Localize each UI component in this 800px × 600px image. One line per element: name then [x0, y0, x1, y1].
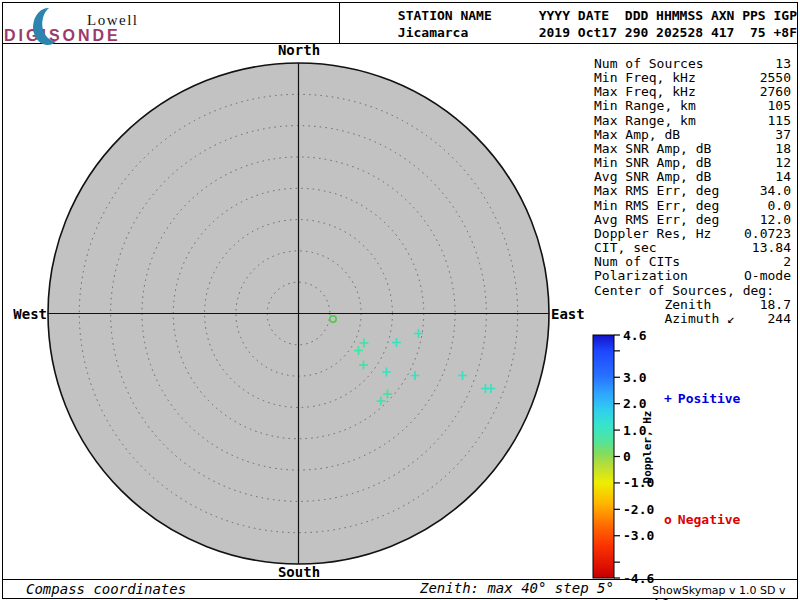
colorbar-tick-label: -3.0	[623, 528, 654, 543]
colorbar-title: Doppler, Hz	[641, 411, 654, 484]
stat-label: Max SNR Amp, dB	[594, 142, 711, 156]
colorbar-gradient	[593, 335, 614, 578]
stat-value: 105	[768, 99, 791, 113]
colorbar-tick-label: 2.0	[623, 396, 647, 411]
colorbar-tick-label: 0	[623, 449, 631, 464]
compass-label-east: East	[551, 306, 591, 322]
stat-row: Max SNR Amp, dB18	[594, 142, 791, 156]
colorbar-tick-label: -2.0	[623, 502, 654, 517]
stat-label: Min Freq, kHz	[594, 71, 696, 85]
stat-row: Num of Sources13	[594, 57, 791, 71]
compass-label-west: West	[10, 306, 47, 322]
colorbar-tick-label: 3.0	[623, 370, 647, 385]
stat-label: Center of Sources, deg:	[594, 284, 774, 298]
stat-row: Max Range, km115	[594, 114, 791, 128]
stat-label: Avg SNR Amp, dB	[594, 170, 711, 184]
stat-row: Max Amp, dB37	[594, 128, 791, 142]
stat-label: Doppler Res, Hz	[594, 227, 711, 241]
stat-value: 12.0	[760, 213, 791, 227]
footer-coordinates-note: Compass coordinates	[26, 581, 186, 597]
stat-label: Max Range, km	[594, 114, 696, 128]
stat-row: Min SNR Amp, dB12	[594, 156, 791, 170]
stat-label: Min RMS Err, deg	[594, 199, 719, 213]
stat-value: 0.0723	[744, 227, 791, 241]
stat-label: Num of CITs	[594, 255, 680, 269]
stat-label: CIT, sec	[594, 241, 657, 255]
stat-label: Zenith	[594, 298, 711, 312]
stat-row: Min Range, km105	[594, 99, 791, 113]
stat-row: Center of Sources, deg:	[594, 284, 791, 298]
compass-label-north: North	[271, 42, 327, 58]
stat-value: 0.0	[768, 199, 791, 213]
stat-row: Max Freq, kHz2760	[594, 85, 791, 99]
compass-label-south: South	[271, 564, 327, 580]
stat-row: Zenith18.7	[594, 298, 791, 312]
stat-row: Avg RMS Err, deg12.0	[594, 213, 791, 227]
stat-value: 18	[775, 142, 791, 156]
stat-row: Doppler Res, Hz0.0723	[594, 227, 791, 241]
stat-value: 244	[768, 312, 791, 326]
stat-label: Min SNR Amp, dB	[594, 156, 711, 170]
stat-value: 18.7	[760, 298, 791, 312]
doppler-colorbar: 4.63.02.01.00-1.0-2.0-3.0-4.6Doppler, Hz	[585, 325, 715, 595]
colorbar-tick-label: 4.6	[623, 328, 647, 343]
stat-row: CIT, sec13.84	[594, 241, 791, 255]
stat-row: Azimuth ↙244	[594, 312, 791, 326]
stat-value: 13	[775, 57, 791, 71]
stat-label: Polarization	[594, 269, 688, 283]
stat-row: Min Freq, kHz2550	[594, 71, 791, 85]
colorbar-tick-label: -4.6	[623, 571, 654, 586]
stat-value: 115	[768, 114, 791, 128]
stat-value: 37	[775, 128, 791, 142]
stat-value: 12	[775, 156, 791, 170]
stat-row: Max RMS Err, deg34.0	[594, 184, 791, 198]
stat-value: 34.0	[760, 184, 791, 198]
showskymap-window: Lowell DIGISONDE STATION NAME YYYY DATE …	[0, 0, 800, 600]
stat-label: Min Range, km	[594, 99, 696, 113]
stat-value: 2	[783, 255, 791, 269]
stat-row: PolarizationO-mode	[594, 269, 791, 283]
stat-row: Num of CITs2	[594, 255, 791, 269]
stat-label: Num of Sources	[594, 57, 704, 71]
stat-label: Max Amp, dB	[594, 128, 680, 142]
stat-value: 2550	[760, 71, 791, 85]
stat-label: Avg RMS Err, deg	[594, 213, 719, 227]
stat-value: 14	[775, 170, 791, 184]
stat-row: Avg SNR Amp, dB14	[594, 170, 791, 184]
stat-value: 2760	[760, 85, 791, 99]
stat-label: Max RMS Err, deg	[594, 184, 719, 198]
stat-label: Max Freq, kHz	[594, 85, 696, 99]
stats-panel: Num of Sources13Min Freq, kHz2550Max Fre…	[594, 57, 791, 326]
stat-value: 13.84	[752, 241, 791, 255]
stat-label: Azimuth ↙	[594, 312, 735, 326]
stat-row: Min RMS Err, deg0.0	[594, 199, 791, 213]
stat-value: O-mode	[744, 269, 791, 283]
